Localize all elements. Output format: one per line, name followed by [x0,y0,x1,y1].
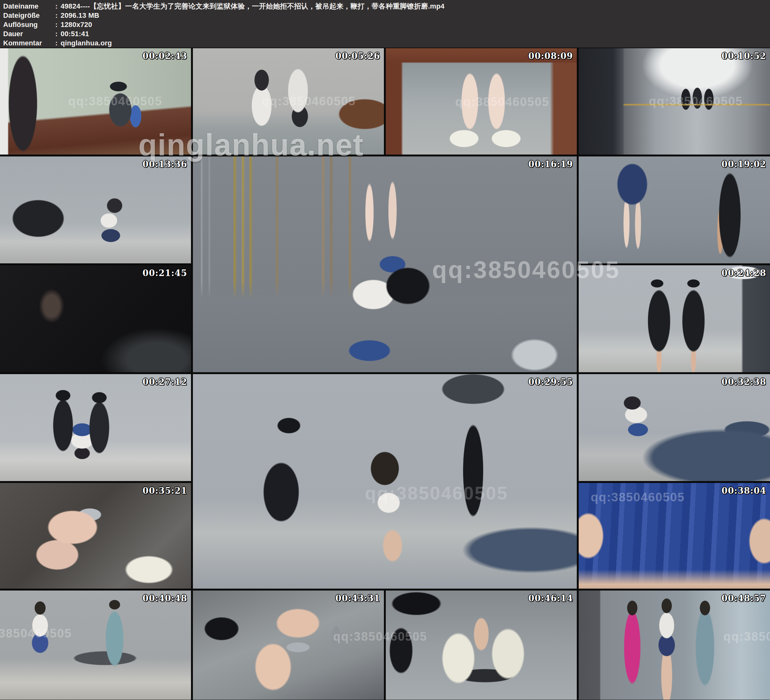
video-frame-thumbnail-12: 00:32:38 [579,374,770,481]
comment-value: qinglanhua.org [61,39,112,47]
timestamp-overlay: 00:19:02 [721,159,766,169]
timestamp-overlay: 00:21:45 [142,268,187,278]
timestamp-overlay: 00:10:52 [721,51,766,61]
timestamp-overlay: 00:05:26 [335,51,380,61]
field-label: Dauer [3,29,52,38]
timestamp-overlay: 00:43:31 [335,593,380,603]
filename-value: 49824----【忘忧社】一名大学生为了完善论文来到监狱体验，一开始她拒不招认… [61,2,445,10]
field-label: Kommentar [3,38,52,48]
timestamp-overlay: 00:38:04 [721,486,766,496]
timestamp-overlay: 00:46:14 [528,593,573,603]
video-frame-thumbnail-18: 00:48:57 [579,590,770,700]
video-frame-thumbnail-5: 00:13:36 [0,156,191,263]
timestamp-overlay: 00:13:36 [142,159,187,169]
timestamp-overlay: 00:08:09 [528,51,573,61]
filesize-value: 2096.13 MB [61,11,99,19]
field-row-filename: Dateiname:49824----【忘忧社】一名大学生为了完善论文来到监狱体… [3,2,770,11]
timestamp-overlay: 00:02:43 [142,51,187,61]
timestamp-overlay: 00:32:38 [721,377,766,387]
field-separator: : [52,20,61,29]
video-frame-thumbnail-4: 00:10:52 [579,48,770,154]
video-frame-thumbnail-15: 00:40:48 [0,590,191,700]
field-label: Dateigröße [3,11,52,20]
video-frame-thumbnail-7: 00:19:02 [579,156,770,263]
field-row-filesize: Dateigröße:2096.13 MB [3,11,770,20]
video-frame-thumbnail-2: 00:05:26 [193,48,384,154]
video-frame-thumbnail-9: 00:24:28 [579,265,770,372]
timestamp-overlay: 00:27:12 [142,377,187,387]
video-frame-thumbnail-13: 00:35:21 [0,483,191,589]
video-frame-thumbnail-6: 00:16:19 [193,156,577,372]
contact-sheet-page: { "header": { "separator": ":", "rows": … [0,0,770,700]
video-frame-thumbnail-3: 00:08:09 [386,48,577,154]
video-frame-thumbnail-14: 00:38:04 [579,483,770,589]
field-label: Auflösung [3,20,52,29]
field-separator: : [52,38,61,48]
field-row-resolution: Auflösung:1280x720 [3,20,770,29]
thumbnail-grid: 00:02:43 00:05:26 00:08:09 00:10:52 00:1… [0,48,770,700]
timestamp-overlay: 00:24:28 [721,268,766,278]
timestamp-overlay: 00:48:57 [721,593,766,603]
duration-value: 00:51:41 [61,30,89,38]
video-frame-thumbnail-10: 00:27:12 [0,374,191,481]
video-frame-thumbnail-17: 00:46:14 [386,590,577,700]
timestamp-overlay: 00:16:19 [528,159,573,169]
timestamp-overlay: 00:40:48 [142,593,187,603]
video-frame-thumbnail-1: 00:02:43 [0,48,191,154]
video-frame-thumbnail-8: 00:21:45 [0,265,191,372]
resolution-value: 1280x720 [61,21,92,29]
timestamp-overlay: 00:29:55 [528,377,573,387]
timestamp-overlay: 00:35:21 [142,486,187,496]
field-separator: : [52,29,61,38]
field-separator: : [52,11,61,20]
video-frame-thumbnail-11: 00:29:55 [193,374,577,589]
file-info-header: Dateiname:49824----【忘忧社】一名大学生为了完善论文来到监狱体… [0,0,770,48]
field-row-comment: Kommentar:qinglanhua.org [3,38,770,48]
video-frame-thumbnail-16: 00:43:31 [193,590,384,700]
field-label: Dateiname [3,2,52,11]
field-row-duration: Dauer:00:51:41 [3,29,770,38]
field-separator: : [52,2,61,11]
